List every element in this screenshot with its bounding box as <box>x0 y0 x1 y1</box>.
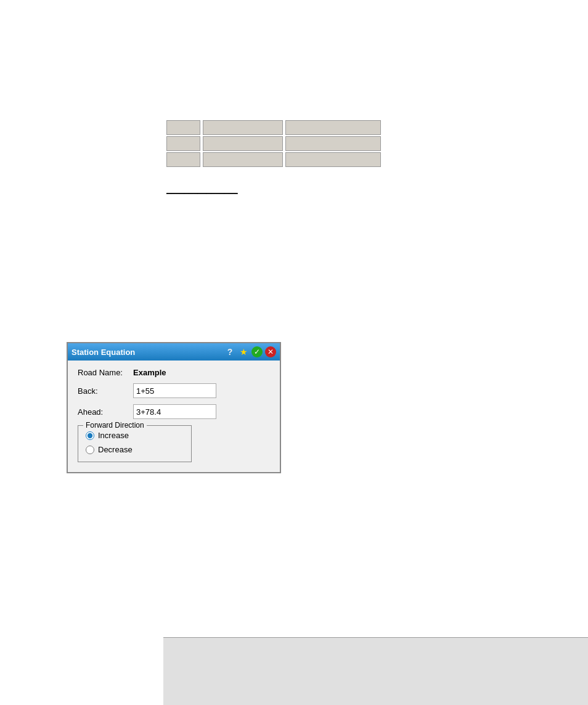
decrease-label[interactable]: Decrease <box>98 445 133 454</box>
close-button[interactable]: ✕ <box>265 346 276 357</box>
station-equation-dialog: Station Equation ? ★ ✓ ✕ Road Name: Exam… <box>67 342 281 473</box>
dialog-content: Road Name: Example Back: Ahead: Forward … <box>68 361 280 472</box>
ok-button[interactable]: ✓ <box>251 346 263 357</box>
toolbar-area <box>166 120 381 167</box>
decrease-radio[interactable] <box>86 446 94 454</box>
toolbar-btn-3-1[interactable] <box>166 152 200 167</box>
ahead-label: Ahead: <box>78 407 133 417</box>
toolbar-btn-3-2[interactable] <box>203 152 283 167</box>
toolbar-btn-3-3[interactable] <box>285 152 381 167</box>
dialog-title: Station Equation <box>71 348 135 357</box>
star-icon[interactable]: ★ <box>238 346 249 357</box>
toolbar-btn-1-1[interactable] <box>166 120 200 135</box>
toolbar-row-1 <box>166 120 381 135</box>
underline-link[interactable]: ________________ <box>166 185 238 194</box>
decrease-radio-row: Decrease <box>86 445 184 454</box>
toolbar-row-2 <box>166 136 381 151</box>
road-name-value: Example <box>133 368 166 377</box>
road-name-label: Road Name: <box>78 368 133 377</box>
toolbar-btn-2-2[interactable] <box>203 136 283 151</box>
toolbar-btn-1-3[interactable] <box>285 120 381 135</box>
back-row: Back: <box>78 383 270 398</box>
increase-label[interactable]: Increase <box>98 431 129 440</box>
forward-direction-legend: Forward Direction <box>83 421 147 430</box>
toolbar-btn-2-3[interactable] <box>285 136 381 151</box>
help-icon[interactable]: ? <box>224 346 235 357</box>
toolbar-btn-2-1[interactable] <box>166 136 200 151</box>
toolbar-row-3 <box>166 152 381 167</box>
ahead-row: Ahead: <box>78 404 270 419</box>
forward-direction-group: Forward Direction Increase Decrease <box>78 425 192 462</box>
back-label: Back: <box>78 386 133 396</box>
increase-radio-row: Increase <box>86 431 184 440</box>
dialog-window: Station Equation ? ★ ✓ ✕ Road Name: Exam… <box>67 342 281 473</box>
ahead-input[interactable] <box>133 404 216 419</box>
toolbar-btn-1-2[interactable] <box>203 120 283 135</box>
link-area: ________________ <box>166 185 238 194</box>
back-input[interactable] <box>133 383 216 398</box>
dialog-title-icons: ? ★ ✓ ✕ <box>224 346 276 357</box>
bottom-panel <box>163 637 588 705</box>
road-name-row: Road Name: Example <box>78 368 270 377</box>
dialog-titlebar: Station Equation ? ★ ✓ ✕ <box>68 343 280 361</box>
increase-radio[interactable] <box>86 431 94 440</box>
